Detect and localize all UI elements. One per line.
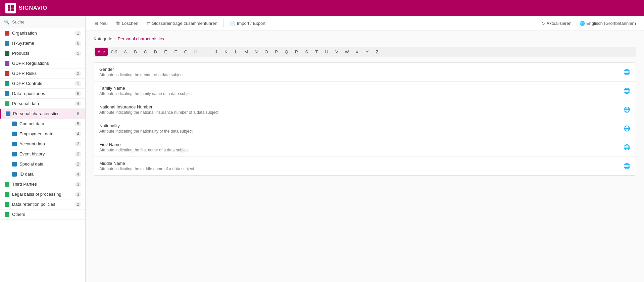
entry-desc-3: Attribute indicating the nationality of … [99,129,624,134]
merge-button[interactable]: ⇄ Glossareinträge zusammenführen [143,19,221,28]
delete-button[interactable]: 🗑 Löschen [112,19,142,28]
alpha-btn-h[interactable]: H [191,48,200,56]
alpha-btn-o[interactable]: O [261,48,271,56]
main: ⊞ Neu 🗑 Löschen ⇄ Glossareinträge zusamm… [86,16,644,282]
sidebar-item-personal-data[interactable]: Personal data4 [0,99,85,109]
alpha-btn-f[interactable]: F [171,48,180,56]
sidebar-item-personal-characteristics[interactable]: Personal characteristics6 [0,109,85,119]
entry-row-3[interactable]: NationalityAttribute indicating the nati… [94,119,636,138]
search-bar[interactable]: 🔍 [0,16,85,28]
entry-globe-icon-1: 🌐 [624,88,630,94]
sidebar-item-data-retention[interactable]: Data retention policies2 [0,199,85,209]
sidebar-item-label-personal-data: Personal data [12,101,39,106]
breadcrumb-separator: › [114,37,116,41]
sidebar-item-products[interactable]: Products5 [0,48,85,58]
alpha-btn-w[interactable]: W [342,48,351,56]
sidebar-item-icon-it-systeme [5,41,9,46]
entry-desc-2: Attribute indicating the national insura… [99,110,624,115]
sidebar-item-third-parties[interactable]: Third Parties3 [0,179,85,189]
entry-row-0[interactable]: GenderAttribute indicating the gender of… [94,63,636,82]
entry-row-4[interactable]: First NameAttribute indicating the first… [94,138,636,157]
entry-desc-5: Attribute indicating the middle name of … [99,167,624,171]
alpha-btn-z[interactable]: Z [373,48,382,56]
sidebar-item-label-it-systeme: IT-Systeme [12,41,34,46]
entry-title-1: Family Name [99,86,624,91]
sidebar-item-others[interactable]: Others [0,209,85,220]
entry-globe-icon-5: 🌐 [624,163,630,169]
alpha-btn-x[interactable]: X [352,48,362,56]
sidebar-item-icon-gdpr-controls [5,81,9,86]
breadcrumb-root[interactable]: Kategorie [94,36,112,41]
alpha-btn-a[interactable]: A [120,48,130,56]
sidebar-item-count-event-history: 2 [75,152,81,156]
search-input[interactable] [12,19,81,25]
app-icon [5,3,16,13]
alpha-btn-q[interactable]: Q [282,48,291,56]
sidebar-item-label-legal-basis: Legal basis of processing [12,192,61,197]
sidebar-item-icon-gdpr-risks [5,71,9,76]
new-button[interactable]: ⊞ Neu [91,19,111,28]
sidebar-item-it-systeme[interactable]: IT-Systeme6 [0,38,85,48]
sidebar-item-contact-data[interactable]: Contact data5 [0,119,85,129]
alpha-btn-e[interactable]: E [161,48,170,56]
entry-row-2[interactable]: National Insurance NumberAttribute indic… [94,100,636,119]
alpha-btn-p[interactable]: P [271,48,281,56]
entry-title-5: Middle Name [99,161,624,166]
svg-rect-2 [8,8,10,11]
language-button[interactable]: 🌐 Englisch (Großbritannien) [577,19,639,27]
sidebar-item-legal-basis[interactable]: Legal basis of processing3 [0,189,85,199]
toolbar: ⊞ Neu 🗑 Löschen ⇄ Glossareinträge zusamm… [86,16,644,31]
sidebar-item-organisation[interactable]: Organisation1 [0,28,85,38]
alpha-btn-c[interactable]: C [141,48,150,56]
sidebar-item-gdpr-controls[interactable]: GDPR Controls1 [0,79,85,89]
sidebar-item-label-third-parties: Third Parties [12,182,37,187]
alpha-btn-k[interactable]: K [221,48,231,56]
alpha-btn-r[interactable]: R [292,48,301,56]
sidebar-item-label-event-history: Event history [19,151,45,156]
alpha-btn-y[interactable]: Y [362,48,372,56]
sidebar-item-count-employment-data: 4 [75,132,81,136]
sidebar-item-count-data-repositories: 6 [75,91,81,96]
entry-globe-icon-4: 🌐 [624,144,630,150]
sidebar-item-icon-event-history [12,152,17,156]
sidebar-item-gdpr-risks[interactable]: GDPR Risks2 [0,68,85,79]
alpha-btn-l[interactable]: L [231,48,241,56]
alpha-btn-b[interactable]: B [131,48,140,56]
alpha-btn-t[interactable]: T [312,48,321,56]
alpha-btn-v[interactable]: V [332,48,341,56]
import-export-button[interactable]: 📄 Import / Export [227,19,269,28]
entry-row-1[interactable]: Family NameAttribute indicating the fami… [94,82,636,100]
alpha-btn-s[interactable]: S [302,48,311,56]
toolbar-separator [224,19,224,28]
sidebar-item-count-contact-data: 5 [75,122,81,126]
sidebar-item-label-id-data: ID data [19,172,34,177]
alpha-btn-u[interactable]: U [322,48,331,56]
sidebar-item-data-repositories[interactable]: Data repositories6 [0,89,85,99]
alpha-btn-d[interactable]: D [151,48,160,56]
svg-rect-3 [11,8,14,11]
alpha-btn-alle[interactable]: Alle [95,48,108,56]
sidebar-item-count-legal-basis: 3 [75,192,81,197]
alpha-btn-i[interactable]: I [201,48,210,56]
sidebar-item-employment-data[interactable]: Employment data4 [0,129,85,139]
alpha-btn-n[interactable]: N [251,48,261,56]
svg-rect-1 [11,5,14,8]
sidebar-item-id-data[interactable]: ID data4 [0,169,85,179]
svg-rect-0 [8,5,10,8]
sidebar-item-account-data[interactable]: Account data2 [0,139,85,149]
sidebar-item-count-data-retention: 2 [75,202,81,207]
refresh-button[interactable]: ↻ Aktualisieren [539,19,574,27]
alpha-btn-g[interactable]: G [181,48,190,56]
sidebar-item-label-employment-data: Employment data [19,131,53,136]
sidebar-item-special-data[interactable]: Special data2 [0,159,85,169]
sidebar-item-event-history[interactable]: Event history2 [0,149,85,159]
sidebar-item-count-id-data: 4 [75,172,81,177]
new-icon: ⊞ [94,21,98,26]
alpha-btn-0-9[interactable]: 0-9 [108,48,120,56]
entry-row-5[interactable]: Middle NameAttribute indicating the midd… [94,157,636,175]
sidebar-item-gdpr-regulations[interactable]: GDPR Regulations [0,58,85,68]
sidebar-item-label-gdpr-regulations: GDPR Regulations [12,61,49,66]
alpha-btn-m[interactable]: M [241,48,251,56]
alpha-btn-j[interactable]: J [211,48,220,56]
sidebar-item-label-organisation: Organisation [12,31,37,36]
